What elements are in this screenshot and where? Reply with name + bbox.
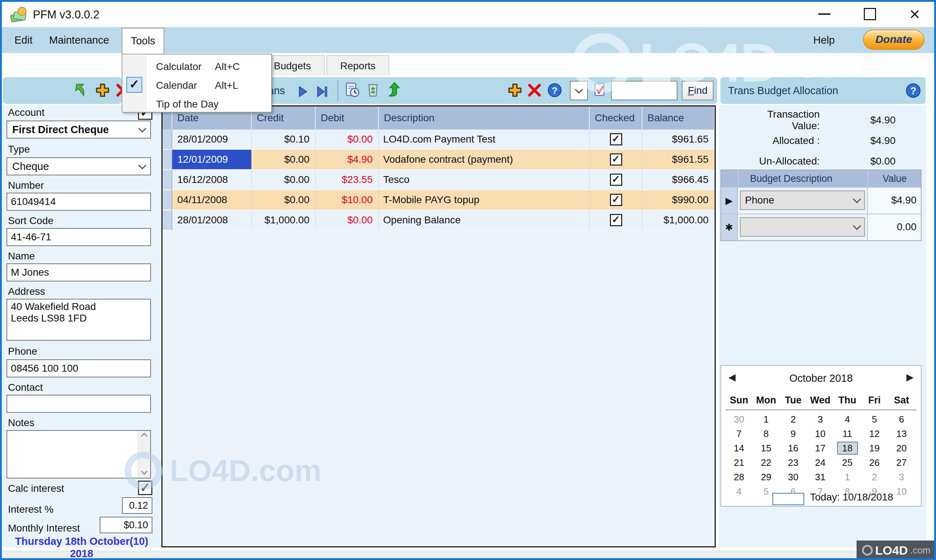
budget-description-dropdown[interactable]: Phone <box>740 191 865 210</box>
cell-description[interactable]: LO4D.com Payment Test <box>379 129 590 150</box>
cell-date[interactable]: 12/01/2009 <box>172 150 252 170</box>
row-checkbox[interactable]: ✓ <box>610 214 622 226</box>
contact-field[interactable] <box>6 395 151 413</box>
calendar-day[interactable]: 19 <box>861 441 888 455</box>
calendar-day[interactable]: 12 <box>861 426 888 441</box>
cell-date[interactable]: 04/11/2008 <box>172 190 252 210</box>
cell-balance[interactable]: $961.65 <box>642 129 715 150</box>
recycle-bin-icon[interactable] <box>365 82 381 98</box>
budget-value-cell[interactable]: $4.90 <box>868 188 921 214</box>
calendar-day[interactable]: 14 <box>725 441 753 455</box>
account-select[interactable]: First Direct Cheque <box>6 120 151 138</box>
calendar-day[interactable]: 9 <box>780 426 807 441</box>
calendar-day[interactable]: 28 <box>725 470 753 484</box>
cell-credit[interactable]: $0.00 <box>252 150 316 170</box>
calendar-day[interactable]: 26 <box>861 455 888 470</box>
help-icon[interactable]: ? <box>547 82 563 98</box>
column-header-checked[interactable]: Checked <box>590 106 642 129</box>
row-marker[interactable] <box>162 190 172 210</box>
cell-date[interactable]: 28/01/2009 <box>172 129 252 150</box>
row-marker[interactable] <box>162 210 172 231</box>
row-marker[interactable] <box>162 129 172 150</box>
menu-item-calendar[interactable]: CalendarAlt+L <box>122 76 271 95</box>
calendar-day[interactable]: 30 <box>780 470 807 484</box>
allocation-help-icon[interactable]: ? <box>905 82 922 99</box>
cell-description[interactable]: Tesco <box>379 170 590 190</box>
column-header-balance[interactable]: Balance <box>642 106 715 129</box>
calendar-day[interactable]: 15 <box>753 441 780 455</box>
budget-description-dropdown[interactable] <box>740 217 865 237</box>
account-jump-icon[interactable] <box>74 82 89 98</box>
type-select[interactable]: Cheque <box>6 157 151 175</box>
cell-credit[interactable]: $0.10 <box>252 129 316 150</box>
calendar-day[interactable]: 29 <box>753 470 780 484</box>
calendar-day[interactable]: 1 <box>834 470 861 484</box>
calendar-day[interactable]: 21 <box>725 455 753 470</box>
cell-balance[interactable]: $966.45 <box>642 170 715 190</box>
calendar-day[interactable]: 24 <box>807 455 834 470</box>
calendar-day[interactable]: 27 <box>888 455 915 470</box>
add-account-icon[interactable] <box>95 82 111 98</box>
menu-help[interactable]: Help <box>813 27 835 53</box>
cell-credit[interactable]: $0.00 <box>252 190 316 210</box>
menu-tools[interactable]: Tools <box>122 28 164 54</box>
calendar-day[interactable]: 18 <box>834 441 861 455</box>
checked-filter-icon[interactable] <box>592 82 608 97</box>
sort-code-field[interactable] <box>6 228 151 246</box>
row-checkbox[interactable]: ✓ <box>610 174 622 186</box>
menu-item-tip-of-the-day[interactable]: Tip of the Day <box>122 95 271 114</box>
last-transaction-icon[interactable] <box>316 85 328 98</box>
calendar-day[interactable]: 25 <box>834 455 861 470</box>
cell-debit[interactable]: $0.00 <box>316 210 379 231</box>
row-checkbox[interactable]: ✓ <box>610 194 622 206</box>
calendar-day[interactable]: 20 <box>888 441 915 455</box>
calc-interest-checkbox[interactable]: ✓ <box>138 481 153 495</box>
calendar-day[interactable]: 4 <box>834 412 861 426</box>
cell-description[interactable]: Opening Balance <box>379 210 590 231</box>
tab-reports[interactable]: Reports <box>327 55 389 75</box>
phone-field[interactable] <box>6 359 151 377</box>
column-header-description[interactable]: Description <box>379 106 590 129</box>
minimize-button[interactable] <box>809 2 840 26</box>
calendar-title[interactable]: October 2018 <box>721 372 921 384</box>
row-marker[interactable] <box>162 150 172 170</box>
row-checkbox[interactable]: ✓ <box>610 133 622 145</box>
menu-maintenance[interactable]: Maintenance <box>49 27 109 53</box>
donate-button[interactable]: Donate <box>863 29 924 50</box>
cell-debit[interactable]: $4.90 <box>316 150 379 170</box>
calendar-day[interactable]: 1 <box>753 412 780 426</box>
calendar-day[interactable]: 7 <box>725 426 753 441</box>
calendar-day[interactable]: 22 <box>753 455 780 470</box>
calendar-next-icon[interactable]: ▶ <box>907 372 914 383</box>
interest-pct-field[interactable] <box>122 497 153 514</box>
calendar-day[interactable]: 3 <box>888 470 915 484</box>
calendar-today-label[interactable]: Today: 10/18/2018 <box>810 491 893 503</box>
menu-item-calculator[interactable]: CalculatorAlt+C <box>122 57 271 76</box>
row-marker[interactable] <box>162 170 172 190</box>
calendar-today-box[interactable] <box>773 493 804 505</box>
notes-field[interactable] <box>6 430 151 478</box>
calendar-day[interactable]: 4 <box>725 484 753 498</box>
monthly-interest-field[interactable] <box>100 517 153 533</box>
calendar-day[interactable]: 5 <box>861 412 888 426</box>
calendar-day[interactable]: 6 <box>888 412 915 426</box>
calendar-day[interactable]: 2 <box>780 412 807 426</box>
close-button[interactable]: × <box>899 2 930 26</box>
calendar-selected-day[interactable]: 18 <box>837 442 858 455</box>
cell-balance[interactable]: $990.00 <box>642 190 715 210</box>
cell-balance[interactable]: $961.55 <box>642 150 715 170</box>
search-field-select[interactable] <box>570 81 588 100</box>
number-field[interactable] <box>6 193 151 211</box>
address-field[interactable]: 40 Wakefield Road Leeds LS98 1FD <box>6 299 151 341</box>
cell-debit[interactable]: $10.00 <box>316 190 379 210</box>
calendar-day[interactable]: 30 <box>725 412 753 426</box>
column-header-debit[interactable]: Debit <box>316 106 379 129</box>
maximize-button[interactable] <box>854 2 885 26</box>
cell-debit[interactable]: $23.55 <box>316 170 379 190</box>
next-transaction-icon[interactable] <box>296 85 309 98</box>
calendar-day[interactable]: 17 <box>807 441 834 455</box>
find-button[interactable]: Find <box>682 81 714 100</box>
scroll-down-icon[interactable] <box>141 468 147 474</box>
scroll-up-icon[interactable] <box>141 432 147 439</box>
menu-edit[interactable]: Edit <box>14 27 32 53</box>
